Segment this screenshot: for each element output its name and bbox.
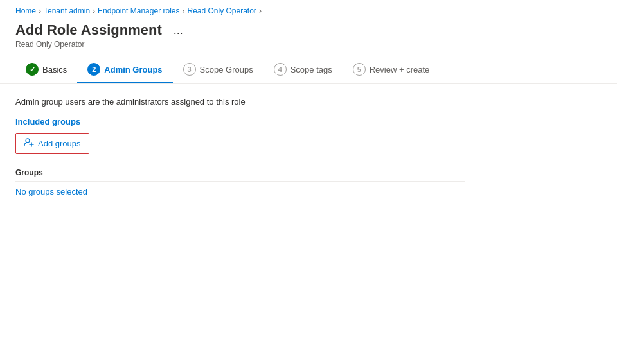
tab-review-create-label: Review + create bbox=[370, 65, 430, 74]
svg-point-0 bbox=[26, 139, 30, 143]
add-groups-button[interactable]: Add groups bbox=[15, 133, 89, 154]
page-header: Add Role Assignment ... bbox=[0, 18, 617, 39]
tab-admin-groups-step: 2 bbox=[92, 65, 96, 73]
content-area: Admin group users are the administrators… bbox=[0, 84, 617, 215]
breadcrumb-read-only-operator[interactable]: Read Only Operator bbox=[187, 6, 256, 15]
check-icon: ✓ bbox=[30, 65, 35, 74]
breadcrumb-sep-1: › bbox=[39, 6, 41, 15]
tab-review-create-step: 5 bbox=[357, 65, 361, 73]
add-person-icon bbox=[24, 137, 34, 150]
included-groups-label: Included groups bbox=[15, 117, 602, 126]
tab-review-create[interactable]: 5 Review + create bbox=[343, 56, 440, 83]
breadcrumb-home[interactable]: Home bbox=[15, 6, 36, 15]
tab-scope-groups[interactable]: 3 Scope Groups bbox=[173, 56, 264, 83]
no-groups-row: No groups selected bbox=[15, 182, 465, 202]
breadcrumb-sep-4: › bbox=[259, 6, 262, 15]
page-subtitle: Read Only Operator bbox=[0, 39, 617, 56]
tab-admin-groups-circle: 2 bbox=[87, 63, 100, 76]
tab-scope-tags-circle: 4 bbox=[274, 63, 287, 76]
tab-scope-groups-circle: 3 bbox=[183, 63, 196, 76]
tab-scope-groups-step: 3 bbox=[188, 65, 192, 73]
tab-scope-tags[interactable]: 4 Scope tags bbox=[264, 56, 343, 83]
tab-basics-circle: ✓ bbox=[26, 63, 39, 76]
add-groups-label: Add groups bbox=[38, 139, 81, 148]
groups-table-header: Groups bbox=[15, 164, 465, 182]
tabs-container: ✓ Basics 2 Admin Groups 3 Scope Groups 4… bbox=[0, 56, 617, 84]
ellipsis-button[interactable]: ... bbox=[170, 22, 187, 39]
tab-admin-groups[interactable]: 2 Admin Groups bbox=[77, 56, 172, 83]
tab-admin-groups-label: Admin Groups bbox=[104, 65, 162, 74]
tab-scope-groups-label: Scope Groups bbox=[200, 65, 253, 74]
tab-review-create-circle: 5 bbox=[353, 63, 366, 76]
tab-basics[interactable]: ✓ Basics bbox=[15, 56, 77, 83]
tab-scope-tags-label: Scope tags bbox=[291, 65, 332, 74]
groups-table: Groups No groups selected bbox=[15, 164, 465, 202]
breadcrumb-sep-3: › bbox=[182, 6, 184, 15]
breadcrumb-tenant-admin[interactable]: Tenant admin bbox=[44, 6, 90, 15]
page-title: Add Role Assignment bbox=[15, 22, 162, 39]
description-text: Admin group users are the administrators… bbox=[15, 97, 602, 107]
tab-scope-tags-step: 4 bbox=[278, 65, 282, 73]
breadcrumb-endpoint-manager[interactable]: Endpoint Manager roles bbox=[98, 6, 179, 15]
tab-basics-label: Basics bbox=[42, 65, 67, 74]
breadcrumb: Home › Tenant admin › Endpoint Manager r… bbox=[0, 0, 617, 18]
breadcrumb-sep-2: › bbox=[93, 6, 95, 15]
